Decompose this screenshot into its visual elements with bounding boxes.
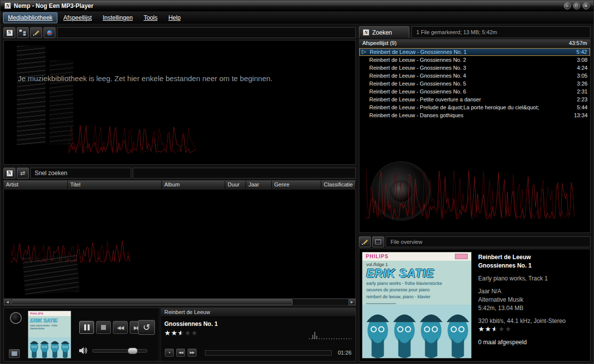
repeat-button[interactable]: ↺: [138, 320, 155, 335]
menu-item-help[interactable]: Help: [163, 12, 186, 23]
progress-bar[interactable]: [205, 350, 332, 356]
elapsed-time: 01:26: [338, 350, 351, 356]
tree-view-button[interactable]: [17, 27, 29, 38]
tab-zoeken[interactable]: N Zoeken: [359, 26, 409, 38]
nemp-search-button[interactable]: N: [3, 168, 15, 179]
philips-logo: PHILIPS: [366, 254, 389, 259]
info-year: Jaar N/A: [478, 287, 587, 296]
scrollbar-track[interactable]: [293, 299, 348, 305]
pencil-icon: [362, 239, 368, 245]
mini-waveform: [309, 330, 351, 341]
library-filter-box[interactable]: [57, 27, 356, 38]
nemp-icon: N: [6, 30, 13, 36]
column-header-duur[interactable]: Duur: [225, 181, 246, 189]
playlist-item-duration: 2:23: [577, 96, 588, 102]
scrollbar-thumb[interactable]: [11, 299, 293, 305]
column-header-classificatie[interactable]: Classificatie: [321, 181, 356, 189]
stop-icon: [101, 325, 106, 330]
scroll-left-button[interactable]: ◀: [4, 299, 11, 305]
library-drop-area[interactable]: Je muziekbibliotheek is leeg. Zet hier e…: [3, 40, 356, 165]
satie-faces-art: [362, 305, 472, 358]
library-table-header: Artist Titel Album Duur Jaar Genre Class…: [3, 181, 356, 189]
close-button[interactable]: ×: [583, 2, 590, 9]
info-genre: Alternative Musik: [478, 296, 587, 304]
playlist-item-title: Reinbert de Leeuw - Gnossiennes No. 4: [369, 73, 466, 79]
info-title: Gnossiennes No. 1: [478, 262, 587, 270]
playlist-item-title: Reinbert de Leeuw - Gnossiennes No. 5: [369, 81, 466, 87]
app-icon: N: [4, 2, 11, 9]
cover-subtitle-text: early piano works - frühe klavierstücke: [28, 323, 71, 330]
column-header-jaar[interactable]: Jaar: [246, 181, 272, 189]
now-playing-title: Gnossiennes No. 1: [161, 317, 355, 328]
nemp-icon: N: [363, 29, 369, 36]
file-overview-box[interactable]: File overview: [386, 236, 591, 247]
column-header-album[interactable]: Album: [162, 181, 225, 189]
quick-search-input[interactable]: [133, 168, 356, 179]
playlist-item[interactable]: Reinbert de Leeuw - Prelude de &quot;La …: [359, 103, 590, 111]
grid-icon: [11, 351, 17, 356]
pause-icon: [84, 324, 90, 330]
library-toolbar: N: [3, 26, 356, 39]
menu-item-instellingen[interactable]: Instellingen: [98, 12, 138, 23]
swap-search-button[interactable]: ⇄: [17, 168, 29, 179]
library-horizontal-scrollbar[interactable]: ◀ ▶: [3, 299, 356, 306]
album-cover[interactable]: PHILIPS vol./folge 1 ERIK SATIE early pi…: [362, 252, 472, 359]
menu-item-mediabibliotheek[interactable]: Mediabibliotheek: [3, 12, 57, 23]
scroll-right-button[interactable]: ▶: [348, 299, 355, 305]
edit-library-button[interactable]: [30, 27, 42, 38]
pause-button[interactable]: [79, 321, 94, 334]
playlist-tab-row: N Zoeken 1 File gemarkeerd; 13 MB; 5:42m: [359, 26, 591, 38]
info-play-count: 0 maal afgespeeld: [478, 338, 587, 347]
playlist-item[interactable]: Reinbert de Leeuw - Danses gothiques13:3…: [359, 111, 590, 119]
waveform-art: [366, 163, 574, 220]
menu-item-afspeellijst[interactable]: Afspeellijst: [58, 12, 97, 23]
title-bar[interactable]: N Nemp - Nog Een MP3-Player – □ ×: [0, 0, 594, 11]
now-playing-cover-thumbnail[interactable]: PHILIPS ERIK SATIE early piano works - f…: [28, 311, 71, 359]
library-table-body[interactable]: [3, 189, 356, 299]
minimize-button[interactable]: –: [564, 2, 571, 9]
quick-search-label-box[interactable]: Snel zoeken: [30, 168, 131, 179]
playlist-item[interactable]: Reinbert de Leeuw - Gnossiennes No. 23:0…: [359, 56, 590, 64]
nemp-menu-button[interactable]: N: [3, 27, 15, 38]
playlist-item[interactable]: Reinbert de Leeuw - Gnossiennes No. 53:2…: [359, 80, 590, 88]
playlist-item[interactable]: Reinbert de Leeuw - Gnossiennes No. 43:0…: [359, 72, 590, 80]
playlist-header[interactable]: Afspeellijst (9) 43:57m: [359, 40, 590, 48]
playlist-item-title: Reinbert de Leeuw - Gnossiennes No. 2: [369, 57, 466, 63]
column-header-titel[interactable]: Titel: [68, 181, 162, 189]
playlist-item-title: Reinbert de Leeuw - Prelude de &quot;La …: [369, 104, 539, 110]
quick-search-row: N ⇄ Snel zoeken: [3, 168, 356, 179]
shuffle-knob-button[interactable]: [10, 312, 22, 324]
stop-button[interactable]: [96, 321, 111, 334]
tree-icon: [19, 30, 26, 36]
details-view-button[interactable]: [372, 236, 384, 247]
record-button[interactable]: •: [165, 349, 174, 357]
maximize-button[interactable]: □: [573, 2, 580, 9]
playlist-item[interactable]: ▷ Reinbert de Leeuw - Gnossiennes No. 1 …: [359, 48, 590, 56]
tab-zoeken-label: Zoeken: [372, 29, 392, 36]
panel-toggle-button[interactable]: [9, 349, 20, 358]
playlist-item[interactable]: Reinbert de Leeuw - Gnossiennes No. 62:3…: [359, 88, 590, 95]
seek-back-button[interactable]: ◀◀: [176, 349, 185, 357]
volume-slider-thumb[interactable]: [128, 348, 138, 354]
previous-button[interactable]: ◀◀: [113, 321, 128, 334]
column-header-genre[interactable]: Genre: [272, 181, 321, 189]
menu-item-tools[interactable]: Tools: [139, 12, 162, 23]
playlist-item[interactable]: Reinbert de Leeuw - Gnossiennes No. 34:2…: [359, 64, 590, 72]
volume-slider[interactable]: [92, 349, 148, 353]
playlist-item[interactable]: Reinbert de Leeuw - Petite ouverture a d…: [359, 95, 590, 103]
pencil-icon: [33, 30, 40, 36]
library-empty-message: Je muziekbibliotheek is leeg. Zet hier e…: [18, 74, 273, 83]
cover-volume-text: vol./folge 1: [362, 261, 471, 267]
now-playing-rating-stars[interactable]: ★★★★★★★★★★: [164, 329, 198, 336]
seek-forward-button[interactable]: ▶▶: [188, 349, 197, 357]
playlist-item-duration: 5:42: [577, 49, 587, 55]
file-rating-stars[interactable]: ★★★★★★★★★★: [478, 325, 512, 332]
cover-corner-box: [455, 254, 468, 259]
playlist-item-duration: 4:24: [577, 65, 588, 71]
edit-id3-button[interactable]: [359, 236, 371, 247]
playlist-item-duration: 3:08: [577, 57, 588, 63]
column-header-artist[interactable]: Artist: [3, 181, 68, 189]
cover-brand-band: PHILIPS: [28, 311, 71, 316]
webradio-button[interactable]: [44, 27, 55, 38]
playlist-item-duration: 13:34: [574, 112, 588, 118]
